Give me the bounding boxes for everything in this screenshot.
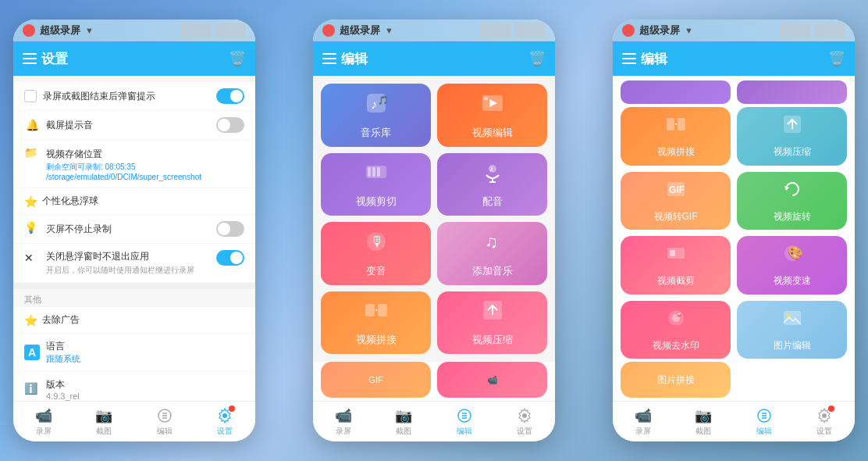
svg-point-4 <box>222 413 227 418</box>
nav-video-label: 录屏 <box>36 426 52 437</box>
nav-camera-c[interactable]: 📷 截图 <box>389 404 418 440</box>
btn-voice-change[interactable]: 🎙 变音 <box>321 222 431 285</box>
right-phone: 超级录屏 ▼ 编辑 🗑️ <box>613 20 855 441</box>
record-icon <box>23 24 35 37</box>
nav-video-r[interactable]: 📹 录屏 <box>628 404 658 440</box>
nav-edit[interactable]: 编辑 <box>150 404 180 440</box>
r-vtogif-label: 视频转GIF <box>654 210 698 223</box>
bottom-nav-left: 📹 录屏 📷 截图 编辑 设置 <box>13 401 255 441</box>
btn-r-watermark[interactable]: 视频去水印 <box>621 301 731 359</box>
video-nav-icon: 📹 <box>35 407 52 424</box>
menu-icon-right[interactable] <box>622 53 636 64</box>
version-label: 版本 <box>46 378 244 391</box>
r-vcompress-icon <box>781 113 803 141</box>
svg-text:GIF: GIF <box>669 184 685 195</box>
float-ball-item[interactable]: ⭐ 个性化悬浮球 <box>13 188 255 214</box>
nav-camera[interactable]: 📷 截图 <box>89 404 119 440</box>
popup-label: 录屏或截图结束后弹窗提示 <box>43 90 216 103</box>
version-sub: 4.9.3_rel <box>46 391 244 401</box>
r-watermark-icon <box>665 307 687 334</box>
settings-nav-icon-c <box>516 407 533 424</box>
btn-video-join[interactable]: 视频拼接 <box>321 291 431 355</box>
btn-music-lib[interactable]: ♪🎵 音乐库 <box>321 84 431 147</box>
settings-sound-item[interactable]: 🔔 截屏提示音 <box>13 111 255 139</box>
always-record-item[interactable]: 💡 灭屏不停止录制 <box>13 215 255 243</box>
r-vspeed-label: 视频变速 <box>774 274 811 288</box>
language-item[interactable]: A 语言 跟随系统 <box>13 334 255 371</box>
menu-icon-center[interactable] <box>322 53 336 64</box>
editor-grid-center: ♪🎵 音乐库 视频编辑 视频剪切 ♪ 配音 <box>313 76 555 362</box>
storage-item[interactable]: 📁 视频存储位置 剩余空间可录制: 08:05:35 /storage/emul… <box>13 140 255 188</box>
nav-edit-c[interactable]: 编辑 <box>450 404 479 440</box>
nav-video-c[interactable]: 📹 录屏 <box>329 404 358 440</box>
version-item: ℹ️ 版本 4.9.3_rel <box>13 372 255 401</box>
menu-icon[interactable] <box>23 53 37 64</box>
bottom-nav-center: 📹 录屏 📷 截图 编辑 设置 <box>313 401 555 441</box>
settings-badge-r <box>828 406 834 412</box>
btn-r-vjoin[interactable]: 视频拼接 <box>621 107 731 166</box>
video-compress-icon <box>480 298 505 328</box>
r-extra-row: 图片拼接 <box>613 362 855 401</box>
nav-video[interactable]: 📹 录屏 <box>29 404 59 440</box>
btn-r-imgjoin[interactable]: 图片拼接 <box>621 362 731 398</box>
btn-r-imgedit[interactable]: 图片编辑 <box>737 301 847 359</box>
nav-settings-c[interactable]: 设置 <box>510 404 539 440</box>
svg-text:🎵: 🎵 <box>378 95 389 105</box>
app-title-left: 超级录屏 <box>40 23 80 38</box>
nav-camera-label: 截图 <box>96 426 112 437</box>
sound-toggle[interactable] <box>216 117 244 133</box>
remove-ads-label: 去除广告 <box>42 313 244 327</box>
btn-add-music[interactable]: ♫ 添加音乐 <box>437 222 547 285</box>
btn-video-edit[interactable]: 视频编辑 <box>437 84 547 147</box>
app-title-right: 超级录屏 <box>639 23 680 38</box>
delete-icon-right[interactable]: 🗑️ <box>828 50 845 67</box>
btn-video-compress[interactable]: 视频压缩 <box>437 291 547 355</box>
svg-rect-23 <box>378 304 387 316</box>
nav-settings-r[interactable]: 设置 <box>809 404 839 440</box>
always-record-label: 灭屏不停止录制 <box>46 223 216 236</box>
btn-r-vcrop[interactable]: 视频截剪 <box>621 236 731 295</box>
btn-video-clip[interactable]: 视频剪切 <box>321 153 431 216</box>
video-clip-icon <box>364 159 389 190</box>
nav-camera-c-label: 截图 <box>396 426 411 437</box>
btn-extra[interactable]: 📹 <box>437 362 547 398</box>
btn-r-vcompress[interactable]: 视频压缩 <box>737 107 847 166</box>
record-icon-center <box>322 24 335 37</box>
nav-edit-r[interactable]: 编辑 <box>749 404 779 440</box>
btn-r-vspeed[interactable]: 🎨 视频变速 <box>737 236 847 295</box>
nav-settings[interactable]: 设置 <box>210 404 240 440</box>
delete-icon[interactable]: 🗑️ <box>229 50 246 67</box>
delete-icon-center[interactable]: 🗑️ <box>528 50 546 67</box>
nav-video-r-label: 录屏 <box>635 426 651 437</box>
close-float-item[interactable]: ✕ 关闭悬浮窗时不退出应用 开启后，你可以随时使用通知栏继进行录屏 <box>13 244 255 282</box>
r-vrotate-icon <box>781 178 803 205</box>
remove-ads-item[interactable]: ⭐ 去除广告 <box>13 307 255 333</box>
svg-rect-41 <box>670 250 675 256</box>
editor-grid-right: 视频拼接 视频压缩 GIF 视频转GIF 视频旋转 <box>613 104 855 362</box>
btn-gif[interactable]: GIF <box>321 362 431 398</box>
nav-camera-r-label: 截图 <box>695 426 711 437</box>
svg-text:♫: ♫ <box>485 232 498 252</box>
btn-dubbing[interactable]: ♪ 配音 <box>437 153 547 216</box>
nav-settings-c-label: 设置 <box>517 426 532 437</box>
light-icon: 💡 <box>24 221 40 237</box>
btn-r-vrotate[interactable]: 视频旋转 <box>737 172 847 230</box>
btn-r-vtogif[interactable]: GIF 视频转GIF <box>621 172 731 230</box>
center-phone: 超级录屏 ▼ 编辑 🗑️ ♪🎵 音乐库 <box>313 20 555 441</box>
app-title-center: 超级录屏 <box>340 23 380 38</box>
close-float-sub: 开启后，你可以随时使用通知栏继进行录屏 <box>46 265 216 276</box>
nav-camera-r[interactable]: 📷 截图 <box>688 404 718 440</box>
popup-toggle[interactable] <box>216 88 244 104</box>
always-record-toggle[interactable] <box>216 221 244 237</box>
bottom-nav-right: 📹 录屏 📷 截图 编辑 设置 <box>613 401 855 441</box>
nav-edit-r-label: 编辑 <box>756 426 772 437</box>
video-join-icon <box>364 298 389 328</box>
checkbox[interactable] <box>24 90 37 102</box>
close-float-toggle[interactable] <box>216 250 244 266</box>
settings-popup-item[interactable]: 录屏或截图结束后弹窗提示 <box>13 82 255 110</box>
version-icon: ℹ️ <box>24 382 40 398</box>
divider <box>13 283 255 289</box>
settings-nav-icon-r <box>816 407 833 424</box>
svg-point-54 <box>822 413 827 418</box>
svg-line-47 <box>678 313 681 314</box>
